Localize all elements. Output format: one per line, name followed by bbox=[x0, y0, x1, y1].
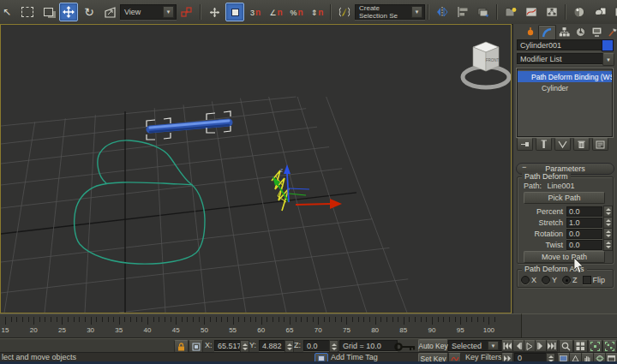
toolbar-divider bbox=[200, 4, 201, 20]
make-unique-button[interactable] bbox=[554, 138, 571, 151]
select-object-button[interactable]: ↖ bbox=[0, 3, 16, 21]
curve-editor-button[interactable] bbox=[522, 3, 541, 21]
zoom-extents-all-button[interactable] bbox=[602, 340, 617, 353]
line001-spline[interactable] bbox=[75, 140, 205, 264]
stretch-spinner[interactable] bbox=[603, 217, 613, 229]
zoom-all-button[interactable] bbox=[573, 340, 588, 353]
timeline-frame-label: 45 bbox=[172, 326, 180, 334]
axis-y-radio[interactable] bbox=[542, 276, 550, 284]
go-to-end-button[interactable] bbox=[546, 340, 558, 352]
select-and-move-button[interactable] bbox=[59, 3, 78, 21]
absolute-mode-button[interactable] bbox=[189, 340, 203, 353]
move-to-path-button[interactable]: Move to Path bbox=[524, 251, 605, 263]
viewcube[interactable]: FRONT bbox=[463, 42, 509, 87]
use-pivot-point-center-button[interactable] bbox=[177, 3, 196, 21]
remove-modifier-button[interactable] bbox=[573, 138, 590, 151]
pick-path-button[interactable]: Pick Path bbox=[524, 192, 605, 204]
snaps-toggle-3d-button[interactable]: 3n bbox=[246, 3, 265, 21]
twist-field[interactable]: 0.0 bbox=[566, 240, 602, 250]
stretch-field[interactable]: 1.0 bbox=[566, 218, 602, 228]
timeline-tick bbox=[176, 317, 177, 325]
group-title: Path Deform bbox=[522, 172, 571, 181]
modifier-list-dropdown[interactable]: Modifier List bbox=[517, 53, 606, 64]
gizmo-x-axis[interactable] bbox=[296, 199, 342, 209]
timeline-tick bbox=[28, 317, 29, 322]
stack-row-cylinder[interactable]: Cylinder bbox=[518, 82, 612, 93]
rendered-frame-window-button[interactable] bbox=[611, 3, 617, 21]
material-editor-button[interactable] bbox=[570, 3, 589, 21]
modifier-list-value: Modifier List bbox=[520, 55, 562, 63]
y-spinner[interactable] bbox=[285, 340, 294, 353]
flip-checkbox[interactable] bbox=[583, 276, 591, 284]
angle-snap-button[interactable]: ∠n bbox=[267, 3, 285, 21]
move-gizmo[interactable]: z bbox=[273, 164, 342, 209]
rotation-spinner[interactable] bbox=[603, 228, 613, 240]
open-container-button[interactable] bbox=[501, 3, 520, 21]
play-button[interactable] bbox=[524, 340, 536, 352]
y-coordinate-value: 4.882 bbox=[262, 342, 282, 350]
spinner-label: Rotation bbox=[518, 230, 566, 238]
modifier-list-arrow[interactable]: ▼ bbox=[602, 53, 614, 66]
twist-spinner[interactable] bbox=[603, 239, 613, 251]
select-and-manipulate-button[interactable] bbox=[205, 3, 224, 21]
timeline-tick bbox=[267, 317, 267, 322]
selection-lock-button[interactable] bbox=[174, 340, 189, 353]
go-to-start-button[interactable] bbox=[501, 340, 513, 352]
timeline-tick bbox=[165, 317, 165, 322]
selection-filter-dropdown[interactable]: Selected ▼ bbox=[448, 340, 502, 351]
axis-z-radio[interactable] bbox=[562, 276, 571, 284]
pin-stack-button[interactable] bbox=[517, 138, 533, 151]
z-spinner[interactable] bbox=[329, 340, 338, 353]
schematic-view-button[interactable] bbox=[542, 3, 561, 21]
timeline-frame-label: 50 bbox=[201, 326, 208, 334]
show-end-result-button[interactable] bbox=[536, 138, 552, 151]
previous-frame-button[interactable] bbox=[512, 340, 524, 352]
tab-modify[interactable] bbox=[538, 25, 556, 40]
timeline-tick bbox=[39, 317, 40, 322]
tab-utilities[interactable] bbox=[605, 25, 617, 39]
select-and-rotate-button[interactable]: ↻ bbox=[80, 3, 99, 21]
next-frame-button[interactable] bbox=[535, 340, 547, 352]
track-bar[interactable]: 1520253035404550556065707580859095100 bbox=[0, 313, 521, 338]
timeline-tick bbox=[455, 317, 456, 322]
percent-snap-button[interactable]: %n bbox=[287, 3, 306, 21]
object-name-field[interactable]: Cylinder001 bbox=[517, 39, 602, 51]
tab-hierarchy[interactable] bbox=[556, 25, 572, 39]
layer-manager-button[interactable] bbox=[474, 3, 493, 21]
rotation-field[interactable]: 0.0 bbox=[566, 229, 602, 239]
timeline-tick bbox=[16, 317, 17, 322]
x-spinner[interactable] bbox=[240, 340, 249, 353]
configure-modifier-sets-button[interactable] bbox=[592, 138, 608, 151]
set-keys-key-icon[interactable] bbox=[394, 341, 416, 353]
mirror-button[interactable] bbox=[433, 3, 452, 21]
render-setup-button[interactable] bbox=[590, 3, 609, 21]
create-selection-set-dropdown[interactable]: Create Selection Se ▼ bbox=[355, 4, 425, 20]
rectangular-selection-region-button[interactable] bbox=[18, 3, 37, 21]
stack-row-path-deform[interactable]: Path Deform Binding (WS bbox=[518, 71, 612, 82]
auto-key-button[interactable]: Auto Key bbox=[418, 339, 448, 352]
percent-field[interactable]: 0.0 bbox=[566, 206, 602, 217]
tab-create[interactable] bbox=[522, 25, 538, 39]
axis-x-radio[interactable] bbox=[521, 276, 530, 284]
zoom-button[interactable] bbox=[559, 340, 573, 353]
pivot-center-icon bbox=[181, 6, 193, 18]
percent-spinner[interactable] bbox=[603, 206, 613, 218]
align-button[interactable] bbox=[453, 3, 472, 21]
timeline-tick bbox=[313, 317, 314, 322]
select-and-scale-button[interactable] bbox=[100, 3, 119, 21]
gizmo-plane-green[interactable] bbox=[289, 194, 306, 195]
tab-motion[interactable] bbox=[572, 25, 589, 39]
gizmo-plane-blue[interactable] bbox=[289, 188, 309, 189]
object-color-swatch[interactable] bbox=[602, 39, 614, 51]
timeline-tick bbox=[51, 317, 51, 322]
keyboard-shortcut-override-button[interactable] bbox=[225, 3, 244, 21]
window-crossing-button[interactable] bbox=[39, 3, 57, 21]
edit-named-selection-sets-button[interactable] bbox=[335, 3, 354, 21]
y-coordinate-label: Y: bbox=[249, 340, 256, 351]
perspective-viewport[interactable]: z FRONT bbox=[0, 24, 512, 313]
timeline-frame-label: 100 bbox=[483, 326, 494, 334]
spinner-snap-button[interactable]: ⇕n bbox=[308, 3, 326, 21]
zoom-extents-button[interactable] bbox=[588, 340, 602, 353]
reference-coordinate-dropdown[interactable]: View ▼ bbox=[120, 4, 177, 20]
tab-display[interactable] bbox=[589, 25, 605, 39]
